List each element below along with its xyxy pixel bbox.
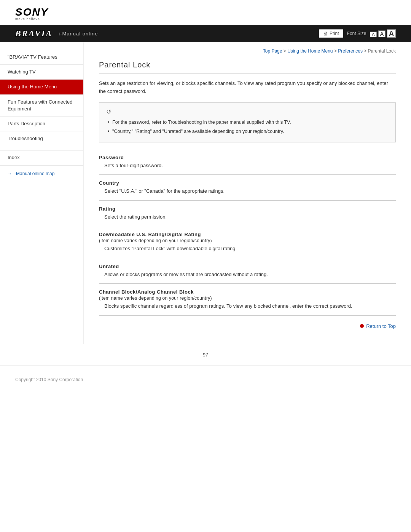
page-title: Parental Lock	[99, 61, 396, 73]
setting-downloadable-title: Downloadable U.S. Rating/Digital Rating	[99, 232, 396, 237]
setting-downloadable-subtitle: (item name varies depending on your regi…	[99, 238, 396, 243]
sidebar-item-watching-tv[interactable]: Watching TV	[0, 65, 83, 80]
setting-downloadable: Downloadable U.S. Rating/Digital Rating …	[99, 226, 396, 258]
font-small-button[interactable]: A	[370, 32, 376, 37]
return-to-top[interactable]: Return to Top	[99, 316, 396, 333]
sidebar-item-fun-features[interactable]: Fun Features with Connected Equipment	[0, 95, 83, 117]
setting-channel-block-title: Channel Block/Analog Channel Block	[99, 289, 396, 295]
page-description: Sets an age restriction for viewing, or …	[99, 80, 396, 96]
sony-tagline: make.believe	[15, 18, 48, 21]
setting-rating-title: Rating	[99, 206, 396, 212]
breadcrumb-sep3: >	[364, 48, 368, 54]
setting-country: Country Select "U.S.A." or "Canada" for …	[99, 175, 396, 201]
setting-country-title: Country	[99, 180, 396, 186]
breadcrumb-top-page[interactable]: Top Page	[263, 48, 282, 54]
font-large-button[interactable]: A	[387, 29, 396, 38]
setting-unrated: Unrated Allows or blocks programs or mov…	[99, 258, 396, 284]
setting-country-desc: Select "U.S.A." or "Canada" for the appr…	[99, 187, 396, 195]
setting-password-desc: Sets a four-digit password.	[99, 162, 396, 169]
setting-channel-block: Channel Block/Analog Channel Block (item…	[99, 284, 396, 316]
sony-logo: SONY make.believe	[15, 7, 48, 21]
note-icon: ↺	[106, 108, 389, 115]
note-item-1: For the password, refer to Troubleshooti…	[106, 118, 389, 126]
font-size-label: Font Size	[347, 31, 366, 36]
note-item-2: "Country," "Rating" and "Unrated" are av…	[106, 128, 389, 135]
main-layout: "BRAVIA" TV Features Watching TV Using t…	[0, 42, 411, 344]
bravia-logo: BRAVIA	[15, 29, 53, 38]
setting-unrated-desc: Allows or blocks programs or movies that…	[99, 271, 396, 278]
sidebar-item-troubleshooting[interactable]: Troubleshooting	[0, 131, 83, 146]
return-top-label: Return to Top	[366, 323, 396, 329]
nav-controls: 🖨 Print Font Size A A A	[319, 29, 396, 38]
setting-rating-desc: Select the rating permission.	[99, 213, 396, 221]
breadcrumb-preferences[interactable]: Preferences	[338, 48, 363, 54]
breadcrumb: Top Page > Using the Home Menu > Prefere…	[99, 48, 396, 54]
sidebar-item-bravia-features[interactable]: "BRAVIA" TV Features	[0, 50, 83, 65]
setting-unrated-title: Unrated	[99, 264, 396, 269]
sidebar-item-home-menu[interactable]: Using the Home Menu	[0, 80, 83, 94]
setting-password-title: Password	[99, 155, 396, 160]
breadcrumb-current: Parental Lock	[368, 48, 396, 54]
sidebar-map-link[interactable]: → i-Manual online map	[0, 166, 83, 182]
copyright-text: Copyright 2010 Sony Corporation	[15, 377, 83, 382]
nav-subtitle: i-Manual online	[59, 31, 98, 37]
setting-channel-block-subtitle: (item name varies depending on your regi…	[99, 296, 396, 301]
printer-icon: 🖨	[323, 31, 328, 36]
setting-password: Password Sets a four-digit password.	[99, 149, 396, 175]
setting-channel-block-desc: Blocks specific channels regardless of p…	[99, 302, 396, 310]
setting-downloadable-desc: Customizes "Parental Lock" with download…	[99, 245, 396, 252]
sidebar-item-index[interactable]: Index	[0, 150, 83, 165]
footer: Copyright 2010 Sony Corporation	[0, 365, 411, 394]
return-top-dot	[360, 324, 364, 328]
print-button[interactable]: 🖨 Print	[319, 29, 343, 38]
breadcrumb-sep1: >	[284, 48, 287, 54]
font-medium-button[interactable]: A	[378, 30, 386, 37]
note-box: ↺ For the password, refer to Troubleshoo…	[99, 102, 396, 142]
sidebar: "BRAVIA" TV Features Watching TV Using t…	[0, 42, 84, 344]
sidebar-item-parts-description[interactable]: Parts Description	[0, 117, 83, 131]
sony-text: SONY	[15, 7, 48, 18]
bravia-section: BRAVIA i-Manual online	[15, 29, 98, 38]
breadcrumb-home-menu[interactable]: Using the Home Menu	[287, 48, 333, 54]
page-number: 97	[0, 344, 411, 365]
top-bar: SONY make.believe	[0, 0, 411, 25]
breadcrumb-sep2: >	[334, 48, 338, 54]
setting-rating: Rating Select the rating permission.	[99, 201, 396, 227]
font-size-controls: A A A	[370, 29, 396, 38]
nav-bar: BRAVIA i-Manual online 🖨 Print Font Size…	[0, 25, 411, 42]
content-area: Top Page > Using the Home Menu > Prefere…	[84, 42, 411, 344]
